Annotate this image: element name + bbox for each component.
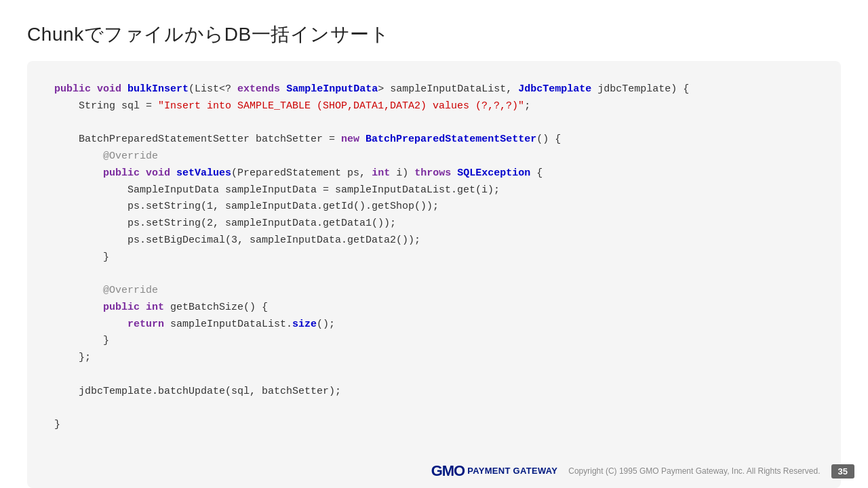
footer: GMO PAYMENT GATEWAY Copyright (C) 1995 G…: [0, 454, 868, 488]
logo-gmo-text: GMO: [431, 462, 465, 480]
gmo-logo: GMO PAYMENT GATEWAY: [431, 462, 558, 480]
copyright-text: Copyright (C) 1995 GMO Payment Gateway, …: [568, 466, 820, 476]
page-number: 35: [831, 464, 854, 479]
code-container: public void bulkInsert(List<? extends Sa…: [27, 61, 841, 488]
logo-payment-text: PAYMENT GATEWAY: [467, 466, 557, 476]
slide: ChunkでファイルからDB一括インサート public void bulkIn…: [0, 0, 868, 488]
code-block: public void bulkInsert(List<? extends Sa…: [54, 81, 814, 434]
slide-title: ChunkでファイルからDB一括インサート: [0, 0, 868, 61]
